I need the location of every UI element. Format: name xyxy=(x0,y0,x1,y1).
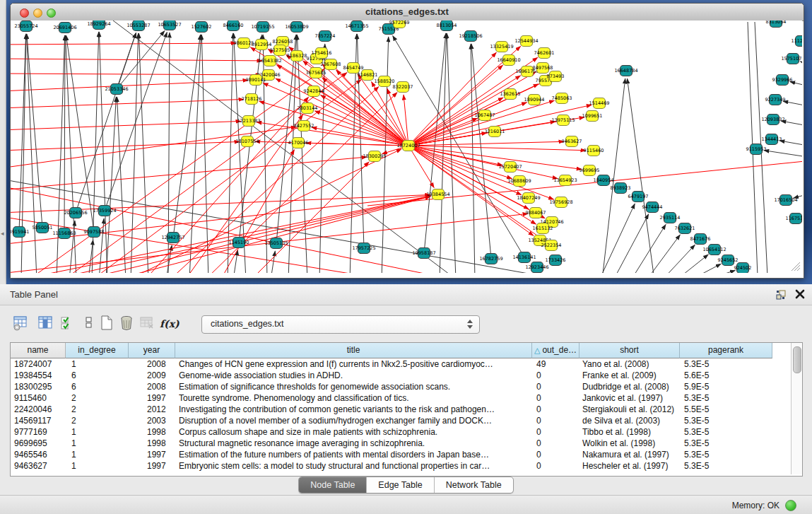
table-row[interactable]: 977716911998Corpus callosum shape and si… xyxy=(11,426,791,438)
row-height-icon[interactable] xyxy=(81,315,97,332)
table-row[interactable]: 1830029562008Estimation of significance … xyxy=(11,381,791,392)
graph-node[interactable]: 1145190 xyxy=(229,238,249,248)
graph-node[interactable]: 1099651 xyxy=(582,111,603,122)
graph-node[interactable]: 1527602 xyxy=(192,22,212,33)
graph-node[interactable]: 12544934 xyxy=(514,36,538,47)
graph-node[interactable]: 12093832 xyxy=(761,115,784,125)
float-panel-icon[interactable] xyxy=(776,289,787,300)
scrollbar-thumb[interactable] xyxy=(793,346,801,373)
graph-node[interactable]: 8813054 xyxy=(437,21,457,31)
graph-node[interactable]: 19218506 xyxy=(459,31,482,42)
minimize-window-icon[interactable] xyxy=(33,8,42,18)
graph-node[interactable]: 7485063 xyxy=(552,93,572,104)
graph-node[interactable]: 15751074 xyxy=(781,54,802,64)
column-header-out_de[interactable]: △out_de… xyxy=(532,343,579,358)
graph-node[interactable]: 20691406 xyxy=(53,23,76,33)
tab-network-table[interactable]: Network Table xyxy=(435,477,513,493)
graph-node[interactable]: 8466160 xyxy=(223,21,244,31)
graph-node[interactable]: 12942757 xyxy=(161,233,184,243)
column-header-year[interactable]: year xyxy=(129,343,175,358)
graph-node[interactable]: 4170046 xyxy=(288,138,309,148)
show-columns-icon[interactable] xyxy=(37,315,53,332)
graph-node[interactable]: 9329966 xyxy=(772,75,793,86)
graph-node[interactable]: 14136141 xyxy=(512,252,536,263)
graph-node[interactable]: 9227349 xyxy=(765,95,786,105)
close-panel-icon[interactable] xyxy=(794,288,806,300)
graph-node[interactable]: 19958187 xyxy=(412,248,435,259)
graph-node[interactable]: 1514469 xyxy=(589,98,610,109)
graph-node[interactable]: 10688609 xyxy=(507,176,531,187)
graph-node[interactable]: 17016504 xyxy=(774,195,797,206)
graph-node[interactable]: 17359924 xyxy=(93,206,116,216)
graph-node[interactable]: 1344413 xyxy=(762,134,782,145)
graph-node[interactable]: 9115460 xyxy=(584,146,604,156)
table-row[interactable]: 1872400712008Changes of HCN gene express… xyxy=(11,358,791,370)
graph-node[interactable]: 7462601 xyxy=(534,48,555,59)
graph-node[interactable]: 1167531 xyxy=(786,214,802,224)
graph-node[interactable]: 10719155 xyxy=(251,22,274,33)
left-splitter[interactable]: ◂ xyxy=(0,0,6,284)
graph-node[interactable]: 16782759 xyxy=(479,254,502,264)
vertical-scrollbar[interactable] xyxy=(791,343,802,474)
select-rows-icon[interactable] xyxy=(59,315,75,332)
tab-node-table[interactable]: Node Table xyxy=(299,477,367,493)
window-titlebar[interactable]: citations_edges.txt xyxy=(11,4,804,21)
graph-node[interactable]: 16053809 xyxy=(285,22,308,33)
graph-node[interactable]: 3915941 xyxy=(11,227,29,238)
table-selector-dropdown[interactable]: citations_edges.txt xyxy=(201,315,480,334)
graph-node[interactable]: 10653527 xyxy=(158,21,181,30)
graph-node[interactable]: 19756928 xyxy=(549,197,572,208)
table-row[interactable]: 911546021997Tourette syndrome. Phenomeno… xyxy=(11,392,791,404)
table-row[interactable]: 946362711997Embryonic stem cells: a mode… xyxy=(11,460,791,472)
graph-node[interactable]: 18300295 xyxy=(363,151,386,162)
graph-node[interactable]: 1112734 xyxy=(792,36,802,47)
resize-grip-icon[interactable] xyxy=(792,262,800,271)
graph-node[interactable]: 11156863 xyxy=(52,228,76,239)
graph-node[interactable]: 13654923 xyxy=(553,175,577,186)
graph-node[interactable]: 2935114 xyxy=(660,213,681,223)
table-row[interactable]: 969969511998Structural magnetic resonanc… xyxy=(11,438,791,449)
graph-node[interactable]: 1840954 xyxy=(594,175,614,186)
splitter-collapse-icon[interactable]: ◂ xyxy=(1,230,4,237)
table-row[interactable]: 946554611997Estimation of the future num… xyxy=(11,449,791,460)
graph-node[interactable]: 13975115 xyxy=(551,115,575,126)
graph-node[interactable]: 13325419 xyxy=(490,42,513,52)
graph-node[interactable]: 1890944 xyxy=(524,95,545,105)
graph-node[interactable]: 8313054 xyxy=(766,21,787,28)
network-canvas[interactable]: 2305572420691406189292641055328710653527… xyxy=(11,21,802,273)
graph-node[interactable]: 924502 xyxy=(734,263,752,274)
column-header-in_degree[interactable]: in_degree xyxy=(66,343,129,358)
function-builder-icon[interactable]: f(x) xyxy=(160,318,180,329)
graph-node[interactable]: 16648784 xyxy=(614,66,637,76)
graph-node[interactable]: 8471676 xyxy=(690,234,711,245)
new-table-icon[interactable] xyxy=(99,315,114,332)
graph-node[interactable]: 17957225 xyxy=(352,243,375,254)
graph-node[interactable]: 7632621 xyxy=(675,223,695,234)
graph-node[interactable]: 9463627 xyxy=(562,136,582,147)
memory-status-indicator[interactable] xyxy=(785,500,796,511)
graph-node[interactable]: 9699695 xyxy=(579,165,600,176)
graph-node[interactable]: 8322037 xyxy=(393,82,413,93)
graph-node[interactable]: 10553287 xyxy=(126,21,150,31)
table-row[interactable]: 1938455462009Genome-wide association stu… xyxy=(11,370,791,381)
column-header-name[interactable]: name xyxy=(11,343,66,358)
graph-node[interactable]: 14671355 xyxy=(345,21,368,32)
graph-node[interactable]: 9115953 xyxy=(746,144,767,155)
graph-node[interactable]: 5850051 xyxy=(33,223,53,233)
graph-node[interactable]: 12923446 xyxy=(525,262,548,273)
graph-node[interactable]: 2718126 xyxy=(242,94,262,105)
column-header-title[interactable]: title xyxy=(175,343,532,358)
table-row[interactable]: 1456911722003Disruption of a novel membe… xyxy=(11,415,791,426)
graph-node[interactable]: 10654112 xyxy=(702,245,726,255)
column-header-pagerank[interactable]: pagerank xyxy=(680,343,772,358)
graph-node[interactable]: 15720407 xyxy=(498,162,522,173)
graph-node[interactable]: 23055724 xyxy=(14,21,37,32)
graph-node[interactable]: 6479197 xyxy=(628,192,649,202)
table-options-icon[interactable] xyxy=(13,315,28,332)
zoom-window-icon[interactable] xyxy=(47,8,56,18)
graph-node[interactable]: 7857224 xyxy=(315,31,336,42)
graph-node[interactable]: 8912954 xyxy=(252,40,272,50)
graph-node[interactable]: 18929264 xyxy=(87,21,110,30)
column-header-short[interactable]: short xyxy=(579,343,680,358)
close-window-icon[interactable] xyxy=(20,8,29,18)
